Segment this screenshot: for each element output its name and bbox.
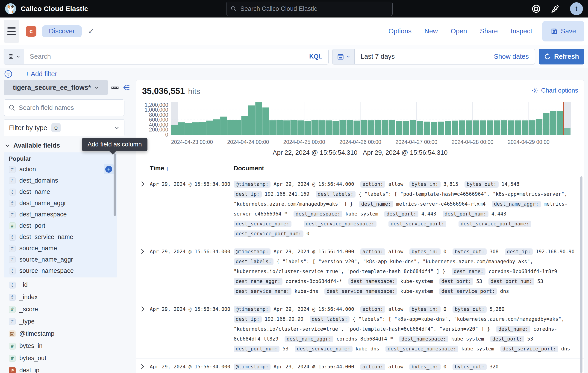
user-avatar[interactable]: t (570, 2, 583, 15)
field-item-@timestamp[interactable]: @timestamp (4, 328, 133, 339)
doc-field-value: 4,443 (492, 211, 506, 217)
svg-text:2024-04-28 00:00: 2024-04-28 00:00 (452, 139, 494, 145)
index-pattern-selector[interactable]: tigera_secure_ee_flows* (4, 80, 108, 95)
refresh-button[interactable]: Refresh (539, 49, 584, 64)
save-label: Save (561, 27, 576, 35)
string-field-icon: t (9, 200, 16, 207)
breadcrumb-discover[interactable]: Discover (42, 25, 82, 37)
popular-label: Popular (4, 155, 117, 162)
expand-row-button[interactable] (140, 362, 150, 373)
doc-field-name: dest_service_name: (234, 288, 292, 295)
filter-icon[interactable] (4, 70, 12, 78)
expand-row-button[interactable] (140, 304, 150, 354)
number-field-icon: # (9, 343, 16, 350)
collapse-sidebar-icon[interactable] (122, 83, 130, 92)
filter-row: + Add filter (0, 68, 588, 80)
app-title: Calico Cloud Elastic (21, 5, 88, 13)
expand-row-button[interactable] (140, 179, 150, 239)
field-item-source_name_aggr[interactable]: tsource_name_aggr (4, 254, 117, 265)
sidebar-scrollbar[interactable] (114, 153, 116, 216)
chart-options-button[interactable]: Chart options (531, 87, 578, 94)
field-name: _type (19, 318, 35, 325)
string-field-icon: t (9, 245, 16, 252)
show-dates-link[interactable]: Show dates (494, 53, 535, 60)
expand-row-button[interactable] (140, 247, 150, 296)
global-search-placeholder: Search Calico Cloud Elastic (240, 5, 317, 12)
add-filter-button[interactable]: + Add filter (25, 70, 57, 78)
doc-field-name: @timestamp: (234, 181, 271, 188)
string-field-icon: t (9, 166, 16, 173)
save-button[interactable]: Save (542, 21, 584, 41)
doc-field-name: dest_service_namespace: (304, 221, 377, 227)
doc-field-name: dest_port: (490, 336, 524, 342)
field-item-source_name[interactable]: tsource_name (4, 243, 117, 254)
doc-field-value: kube-system (345, 211, 378, 217)
date-picker[interactable]: Last 7 days Show dates (332, 49, 535, 64)
field-item-dest_namespace[interactable]: tdest_namespace (4, 209, 117, 220)
doc-field-value: dns (500, 288, 509, 294)
field-search-input[interactable]: Search field names (4, 100, 125, 116)
table-scrollbar[interactable] (580, 176, 582, 373)
time-range-value[interactable]: Last 7 days (355, 53, 494, 60)
top-header-bar: Calico Cloud Elastic Search Calico Cloud… (0, 0, 588, 18)
field-settings-icon[interactable] (111, 84, 119, 91)
doc-field-name: bytes_in: (410, 306, 441, 313)
doc-field-name: bytes_out: (464, 181, 498, 188)
query-language-badge[interactable]: KQL (309, 53, 328, 60)
filter-by-type-dropdown[interactable]: Filter by type 0 (4, 119, 125, 136)
field-item-bytes_out[interactable]: #bytes_out (4, 353, 133, 364)
saved-query-menu-button[interactable] (4, 49, 24, 64)
field-name: dest_domains (19, 177, 58, 184)
nav-link-share[interactable]: Share (480, 27, 498, 35)
doc-field-value: coredns-8cb684df4-* (336, 336, 393, 342)
doc-field-name: bytes_in: (410, 363, 441, 370)
field-item-source_namespace[interactable]: tsource_namespace (4, 265, 117, 277)
nav-link-open[interactable]: Open (451, 27, 467, 35)
calico-logo[interactable] (5, 3, 16, 14)
filter-by-type-label: Filter by type (9, 124, 47, 132)
menu-button[interactable] (4, 20, 19, 43)
help-icon[interactable] (531, 4, 541, 14)
space-badge[interactable]: c (26, 26, 36, 37)
field-item-_type[interactable]: t_type (4, 316, 133, 327)
field-item-dest_service_name[interactable]: tdest_service_name (4, 232, 117, 243)
field-item-action[interactable]: taction+ (4, 164, 117, 175)
column-header-document[interactable]: Document (234, 165, 264, 172)
global-search-input[interactable]: Search Calico Cloud Elastic (226, 2, 393, 16)
histogram-chart[interactable]: 0200,000400,000600,000800,0001,000,0001,… (142, 100, 578, 148)
svg-text:2024-04-29 00:00: 2024-04-29 00:00 (508, 139, 550, 145)
doc-field-value: 5,280 (490, 306, 504, 312)
add-field-as-column-button[interactable]: + (104, 164, 114, 174)
doc-field-value: 192.168.90.90 (265, 316, 304, 322)
doc-field-value: allow (388, 306, 403, 312)
doc-field-value: Apr 29, 2024 @ 15:56:44.000 (273, 181, 354, 187)
doc-field-name: dest_service_namespace: (325, 288, 397, 295)
news-icon[interactable] (551, 4, 560, 14)
index-pattern-name: tigera_secure_ee_flows* (13, 84, 91, 91)
doc-field-value: - (449, 221, 452, 227)
field-item-bytes_in[interactable]: #bytes_in (4, 340, 133, 352)
field-item-dest_name[interactable]: tdest_name (4, 186, 117, 198)
field-item-_index[interactable]: t_index (4, 292, 133, 303)
field-item-dest_domains[interactable]: tdest_domains (4, 175, 117, 186)
ip-field-icon: IP (9, 367, 16, 373)
field-item-_id[interactable]: t_id (4, 279, 133, 291)
doc-field-value: 14,548 (502, 181, 520, 187)
doc-field-name: bytes_out: (452, 306, 486, 313)
nav-link-new[interactable]: New (424, 27, 438, 35)
doc-field-value: kube-system (461, 346, 494, 352)
nav-link-options[interactable]: Options (388, 27, 411, 35)
doc-field-name: @timestamp: (234, 306, 271, 313)
field-item-dest_port[interactable]: #dest_port (4, 220, 117, 232)
query-input[interactable]: Search KQL (4, 49, 329, 64)
field-item-dest_name_aggr[interactable]: tdest_name_aggr (4, 198, 117, 209)
field-item-dest_ip[interactable]: IPdest_ip (4, 365, 133, 373)
nav-link-inspect[interactable]: Inspect (511, 27, 532, 35)
doc-field-name: dest_ip: (505, 248, 533, 255)
date-quick-menu-button[interactable] (333, 49, 355, 64)
document-time: Apr 29, 2024 @ 15:56:34.000 (150, 247, 234, 296)
field-item-_score[interactable]: #_score (4, 304, 133, 315)
refresh-icon (544, 53, 551, 60)
doc-field-name: dest_port_num: (234, 346, 280, 352)
column-header-time[interactable]: Time ↓ (150, 165, 234, 172)
